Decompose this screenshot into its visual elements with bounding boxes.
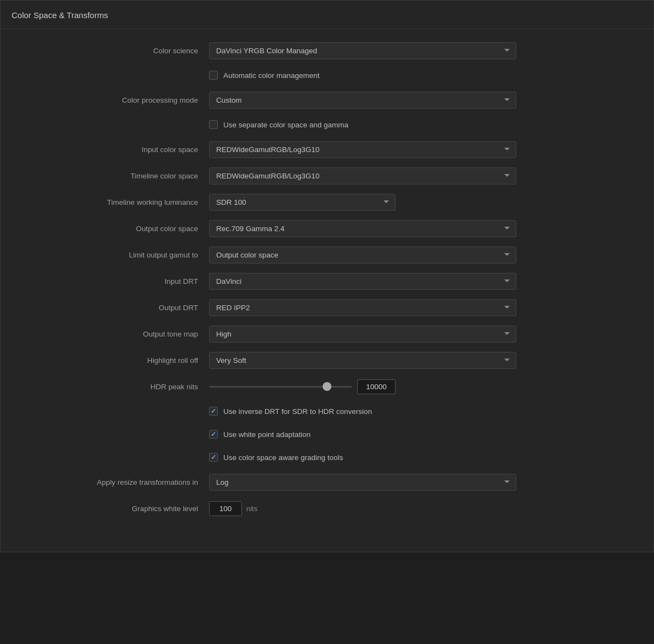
input-color-space-row: Input color space REDWideGamutRGB/Log3G1…: [22, 139, 632, 160]
graphics-white-level-unit: nits: [246, 505, 257, 513]
use-inverse-drt-checkbox[interactable]: [209, 407, 218, 416]
input-drt-control: DaVinci None RED IPP2: [209, 273, 632, 290]
auto-color-mgmt-checkbox[interactable]: [209, 71, 218, 80]
timeline-color-space-label: Timeline color space: [22, 172, 209, 180]
hdr-peak-nits-slider-container: [209, 379, 632, 394]
color-processing-mode-row: Color processing mode Custom SDR HDR: [22, 89, 632, 110]
auto-color-mgmt-row: Automatic color management: [22, 66, 632, 84]
timeline-color-space-dropdown[interactable]: REDWideGamutRGB/Log3G10 Rec.709 Gamma 2.…: [209, 167, 516, 184]
use-color-space-aware-wrapper: Use color space aware grading tools: [209, 453, 343, 462]
hdr-peak-nits-row: HDR peak nits: [22, 376, 632, 397]
highlight-roll-off-control: Very Soft Soft Medium Hard: [209, 352, 632, 369]
use-color-space-aware-label: Use color space aware grading tools: [223, 453, 343, 462]
separate-color-space-wrapper: Use separate color space and gamma: [209, 120, 348, 129]
use-inverse-drt-wrapper: Use inverse DRT for SDR to HDR conversio…: [209, 407, 372, 416]
input-drt-row: Input DRT DaVinci None RED IPP2: [22, 271, 632, 292]
hdr-peak-nits-control: [209, 379, 632, 394]
use-white-point-wrapper: Use white point adaptation: [209, 430, 311, 439]
panel-title: Color Space & Transforms: [1, 1, 653, 29]
highlight-roll-off-dropdown[interactable]: Very Soft Soft Medium Hard: [209, 352, 516, 369]
hdr-peak-nits-slider[interactable]: [209, 386, 352, 388]
output-drt-dropdown[interactable]: RED IPP2 DaVinci None: [209, 299, 516, 316]
use-white-point-checkbox[interactable]: [209, 430, 218, 439]
apply-resize-row: Apply resize transformations in Log Line…: [22, 472, 632, 492]
timeline-working-luminance-dropdown[interactable]: SDR 100 SDR 200 HDR 1000: [209, 194, 396, 211]
separate-color-space-label: Use separate color space and gamma: [223, 121, 348, 129]
input-drt-dropdown[interactable]: DaVinci None RED IPP2: [209, 273, 516, 290]
use-color-space-aware-checkbox[interactable]: [209, 453, 218, 462]
output-drt-label: Output DRT: [22, 304, 209, 312]
output-drt-row: Output DRT RED IPP2 DaVinci None: [22, 297, 632, 318]
input-color-space-control: REDWideGamutRGB/Log3G10 Rec.709 Gamma 2.…: [209, 141, 632, 158]
apply-resize-dropdown[interactable]: Log Linear: [209, 474, 516, 491]
use-inverse-drt-row: Use inverse DRT for SDR to HDR conversio…: [22, 402, 632, 420]
graphics-white-level-label: Graphics white level: [22, 505, 209, 513]
output-color-space-row: Output color space Rec.709 Gamma 2.4 Rec…: [22, 218, 632, 239]
highlight-roll-off-label: Highlight roll off: [22, 356, 209, 365]
use-white-point-row: Use white point adaptation: [22, 425, 632, 443]
color-processing-mode-label: Color processing mode: [22, 96, 209, 104]
output-tone-map-control: High Medium Low None: [209, 326, 632, 343]
color-science-row: Color science DaVinci YRGB Color Managed…: [22, 40, 632, 61]
limit-output-gamut-control: Output color space Rec.709 DCI-P3: [209, 247, 632, 264]
output-tone-map-label: Output tone map: [22, 330, 209, 338]
timeline-working-luminance-label: Timeline working luminance: [22, 198, 209, 206]
apply-resize-label: Apply resize transformations in: [22, 478, 209, 486]
separate-color-space-row: Use separate color space and gamma: [22, 116, 632, 133]
limit-output-gamut-label: Limit output gamut to: [22, 251, 209, 259]
graphics-white-level-input[interactable]: [209, 501, 242, 516]
timeline-color-space-control: REDWideGamutRGB/Log3G10 Rec.709 Gamma 2.…: [209, 167, 632, 184]
settings-content: Color science DaVinci YRGB Color Managed…: [1, 29, 653, 535]
limit-output-gamut-row: Limit output gamut to Output color space…: [22, 244, 632, 265]
color-processing-mode-dropdown[interactable]: Custom SDR HDR: [209, 92, 516, 109]
auto-color-mgmt-label: Automatic color management: [223, 71, 320, 80]
timeline-working-luminance-control: SDR 100 SDR 200 HDR 1000: [209, 194, 632, 211]
color-processing-mode-control: Custom SDR HDR: [209, 92, 632, 109]
color-science-control: DaVinci YRGB Color Managed DaVinci YRGB …: [209, 42, 632, 59]
hdr-peak-nits-label: HDR peak nits: [22, 383, 209, 391]
input-color-space-label: Input color space: [22, 145, 209, 154]
input-drt-label: Input DRT: [22, 277, 209, 285]
color-science-label: Color science: [22, 47, 209, 55]
use-color-space-aware-row: Use color space aware grading tools: [22, 449, 632, 466]
output-color-space-dropdown[interactable]: Rec.709 Gamma 2.4 Rec.2020 DCI-P3: [209, 220, 516, 237]
auto-color-mgmt-wrapper: Automatic color management: [209, 71, 320, 80]
graphics-white-level-control: nits: [209, 501, 632, 516]
limit-output-gamut-dropdown[interactable]: Output color space Rec.709 DCI-P3: [209, 247, 516, 264]
output-color-space-label: Output color space: [22, 225, 209, 233]
color-science-dropdown[interactable]: DaVinci YRGB Color Managed DaVinci YRGB …: [209, 42, 516, 59]
input-color-space-dropdown[interactable]: REDWideGamutRGB/Log3G10 Rec.709 Gamma 2.…: [209, 141, 516, 158]
hdr-peak-nits-input[interactable]: [357, 379, 396, 394]
output-tone-map-row: Output tone map High Medium Low None: [22, 323, 632, 344]
output-tone-map-dropdown[interactable]: High Medium Low None: [209, 326, 516, 343]
use-inverse-drt-label: Use inverse DRT for SDR to HDR conversio…: [223, 407, 372, 416]
separate-color-space-checkbox[interactable]: [209, 120, 218, 129]
use-white-point-label: Use white point adaptation: [223, 430, 311, 439]
output-drt-control: RED IPP2 DaVinci None: [209, 299, 632, 316]
timeline-color-space-row: Timeline color space REDWideGamutRGB/Log…: [22, 165, 632, 186]
highlight-roll-off-row: Highlight roll off Very Soft Soft Medium…: [22, 350, 632, 371]
graphics-white-level-row: Graphics white level nits: [22, 498, 632, 519]
color-space-transforms-panel: Color Space & Transforms Color science D…: [0, 0, 654, 552]
apply-resize-control: Log Linear: [209, 474, 632, 491]
output-color-space-control: Rec.709 Gamma 2.4 Rec.2020 DCI-P3: [209, 220, 632, 237]
timeline-working-luminance-row: Timeline working luminance SDR 100 SDR 2…: [22, 192, 632, 212]
